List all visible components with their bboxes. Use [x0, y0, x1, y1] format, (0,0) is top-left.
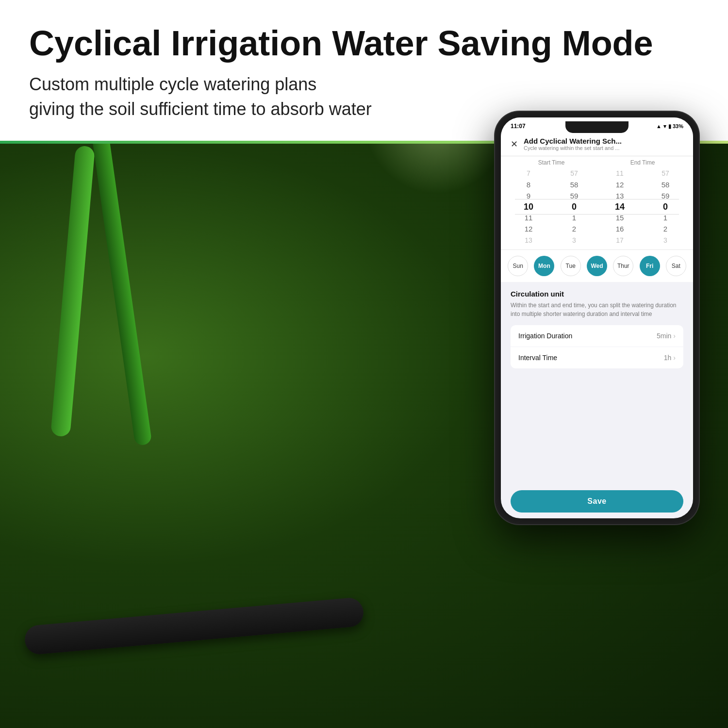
phone-screen: 11:07 8.7KL ▲ ▾ ▮ 33% ✕ Add Cyclical Wat… — [501, 117, 693, 518]
start-h-11: 11 — [509, 212, 549, 223]
battery-icon: ▮ 33% — [668, 123, 683, 130]
day-fri[interactable]: Fri — [640, 256, 660, 276]
start-m-0: 0 — [554, 201, 595, 213]
start-h-10: 10 — [509, 201, 549, 213]
circulation-section: Circulation unit Within the start and en… — [501, 282, 693, 484]
day-sun[interactable]: Sun — [508, 256, 528, 276]
end-m-2: 2 — [645, 223, 686, 234]
end-h-11: 11 — [600, 168, 640, 179]
irrigation-duration-value: 5min › — [657, 332, 676, 340]
status-time: 11:07 — [511, 123, 526, 130]
end-hour-column[interactable]: 11 12 13 14 15 16 17 — [600, 168, 640, 246]
phone-mockup: 11:07 8.7KL ▲ ▾ ▮ 33% ✕ Add Cyclical Wat… — [495, 112, 699, 524]
header-title: Add Cyclical Watering Sch... — [524, 137, 683, 145]
end-h-13: 13 — [600, 190, 640, 201]
plant-stem-1 — [50, 145, 95, 437]
end-m-0: 0 — [645, 201, 686, 213]
start-m-3: 3 — [554, 234, 595, 246]
end-h-17: 17 — [600, 234, 640, 246]
interval-time-value: 1h › — [664, 354, 676, 362]
end-m-58: 58 — [645, 179, 686, 190]
signal-icon: ▲ — [656, 123, 662, 129]
start-hour-column[interactable]: 7 8 9 10 11 12 13 — [509, 168, 549, 246]
start-time-label: Start Time — [506, 159, 597, 166]
start-h-9: 9 — [509, 190, 549, 201]
app-header: ✕ Add Cyclical Watering Sch... Cycle wat… — [501, 133, 693, 156]
start-m-58: 58 — [554, 179, 595, 190]
start-h-12: 12 — [509, 223, 549, 234]
end-h-14: 14 — [600, 201, 640, 213]
interval-time-row[interactable]: Interval Time 1h › — [511, 347, 683, 368]
page-title: Cyclical Irrigation Water Saving Mode — [29, 24, 699, 63]
save-button[interactable]: Save — [511, 490, 683, 513]
header-subtitle: Cycle watering within the set start and … — [524, 145, 683, 151]
end-m-57: 57 — [645, 168, 686, 179]
circulation-title: Circulation unit — [511, 290, 683, 298]
phone-notch — [565, 121, 629, 133]
irrigation-chevron-icon: › — [673, 332, 676, 340]
end-h-12: 12 — [600, 179, 640, 190]
irrigation-duration-label: Irrigation Duration — [518, 332, 572, 340]
day-thur[interactable]: Thur — [613, 256, 633, 276]
days-row: Sun Mon Tue Wed Thur Fri Sat — [501, 249, 693, 282]
time-labels: Start Time End Time — [506, 156, 688, 168]
end-m-1: 1 — [645, 212, 686, 223]
close-button[interactable]: ✕ — [511, 139, 518, 149]
end-time-label: End Time — [597, 159, 688, 166]
wifi-icon: ▾ — [663, 123, 666, 130]
end-h-16: 16 — [600, 223, 640, 234]
day-sat[interactable]: Sat — [666, 256, 686, 276]
status-icons: ▲ ▾ ▮ 33% — [656, 123, 683, 130]
irrigation-duration-row[interactable]: Irrigation Duration 5min › — [511, 325, 683, 347]
interval-time-label: Interval Time — [518, 354, 557, 362]
day-tue[interactable]: Tue — [561, 256, 581, 276]
end-m-3: 3 — [645, 234, 686, 246]
start-m-59: 59 — [554, 190, 595, 201]
start-h-8: 8 — [509, 179, 549, 190]
plant-stem-2 — [88, 107, 152, 446]
end-minute-column[interactable]: 57 58 59 0 1 2 3 — [645, 168, 686, 246]
end-h-15: 15 — [600, 212, 640, 223]
time-picker[interactable]: Start Time End Time 7 8 9 10 11 12 13 — [501, 156, 693, 249]
time-scroll[interactable]: 7 8 9 10 11 12 13 57 58 59 0 1 — [506, 168, 688, 246]
start-m-57: 57 — [554, 168, 595, 179]
phone-outer: 11:07 8.7KL ▲ ▾ ▮ 33% ✕ Add Cyclical Wat… — [495, 112, 699, 524]
end-m-59: 59 — [645, 190, 686, 201]
day-mon[interactable]: Mon — [534, 256, 554, 276]
drip-pipe — [24, 597, 365, 656]
start-m-1: 1 — [554, 212, 595, 223]
header-text: Add Cyclical Watering Sch... Cycle water… — [524, 137, 683, 151]
circulation-description: Within the start and end time, you can s… — [511, 301, 683, 318]
start-h-13: 13 — [509, 234, 549, 246]
day-wed[interactable]: Wed — [587, 256, 607, 276]
start-m-2: 2 — [554, 223, 595, 234]
interval-chevron-icon: › — [673, 354, 676, 362]
start-h-7: 7 — [509, 168, 549, 179]
start-minute-column[interactable]: 57 58 59 0 1 2 3 — [554, 168, 595, 246]
